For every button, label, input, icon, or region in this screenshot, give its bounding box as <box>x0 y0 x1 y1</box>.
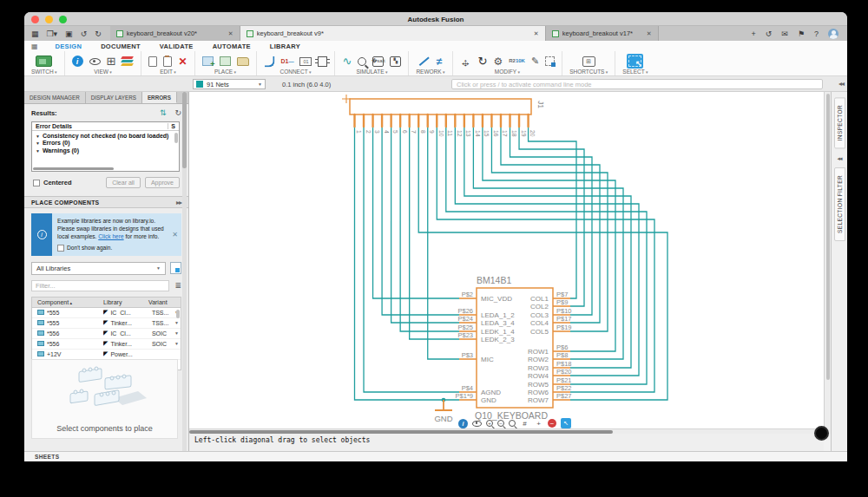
zoom-in-icon[interactable]: + <box>486 420 493 427</box>
history-icon[interactable]: ↺ <box>766 29 773 38</box>
crosshair-icon[interactable]: + <box>534 419 543 428</box>
expand-triangle-icon[interactable]: ▼ <box>36 141 40 146</box>
redo-icon[interactable]: ↻ <box>95 29 102 38</box>
group-select-icon[interactable] <box>545 56 555 66</box>
close-tab-icon[interactable]: ✕ <box>534 30 539 37</box>
error-row[interactable]: ▼Errors (0) <box>32 139 179 147</box>
undo-icon[interactable]: ↺ <box>81 29 88 38</box>
all-libraries-select[interactable]: All Libraries ▼ <box>31 262 166 275</box>
schematic-canvas[interactable]: 1234567891011121314151617181920J1P$2MIC_… <box>189 92 824 428</box>
table-row[interactable]: *556◤Tinker..._SOIC▼ <box>32 339 181 350</box>
panel-tab-errors[interactable]: ERRORS <box>142 92 177 103</box>
expand-triangle-icon[interactable]: ▼ <box>36 148 40 154</box>
delete-icon[interactable]: ✕ <box>178 56 187 68</box>
visibility-eye-icon[interactable] <box>472 421 482 427</box>
modify-label[interactable]: MODIFY <box>495 69 520 75</box>
export-errors-icon[interactable]: ⇅ <box>160 108 167 117</box>
centered-checkbox[interactable] <box>33 180 40 186</box>
filter-settings-icon[interactable]: ≣ <box>174 281 181 290</box>
rework-label[interactable]: REWORK <box>416 69 444 75</box>
table-row[interactable]: *556◤IC_Cl..._SOIC▼ <box>32 329 181 339</box>
panel-tab-display-layers[interactable]: DISPLAY LAYERS <box>86 92 142 103</box>
value-icon[interactable]: R210K <box>509 58 525 63</box>
error-row[interactable]: ▼Consistency not checked (no board loade… <box>32 131 179 139</box>
draw-line-icon[interactable] <box>419 56 431 67</box>
table-row[interactable]: *555◤IC_Cl..._TSS...▼ <box>32 308 181 318</box>
new-tab-icon[interactable]: + <box>752 29 756 38</box>
expand-triangle-icon[interactable]: ▼ <box>36 134 40 139</box>
error-row[interactable]: ▼Warnings (0) <box>32 146 179 154</box>
dont-show-again-checkbox[interactable] <box>57 245 64 252</box>
visibility-eye-icon[interactable] <box>89 58 101 65</box>
close-tab-icon[interactable]: ✕ <box>228 30 233 37</box>
net-name-icon[interactable]: D1⎯⎯ <box>281 58 294 64</box>
remove-icon[interactable]: − <box>548 419 556 428</box>
workspace-tab-validate[interactable]: VALIDATE <box>158 42 195 51</box>
collapse-panel-icon[interactable]: ◂◂ <box>838 80 844 88</box>
nets-dropdown[interactable]: 91 Nets ▼ <box>193 79 266 89</box>
error-details-list[interactable]: Error Details S ▼Consistency not checked… <box>31 121 180 172</box>
edit-label[interactable]: EDIT <box>160 69 176 75</box>
workspace-tab-library[interactable]: LIBRARY <box>268 42 302 51</box>
canvas-vscrollbar[interactable] <box>824 92 831 434</box>
component-column-header[interactable]: Component <box>37 299 103 305</box>
shortcuts-label[interactable]: SHORTCUTS <box>569 69 608 75</box>
grid-icon[interactable]: ⊞ <box>107 55 116 68</box>
place-components-header[interactable]: PLACE COMPONENTS ▸▸ <box>24 196 188 208</box>
avatar[interactable] <box>828 29 838 39</box>
job-status-icon[interactable]: ✉ <box>781 29 788 38</box>
refresh-icon[interactable]: ↻ <box>174 108 181 117</box>
oscilloscope-icon[interactable]: ▚ <box>390 56 401 67</box>
rotate-icon[interactable]: ↻ <box>478 55 488 68</box>
layers-icon[interactable] <box>122 56 134 67</box>
panel-tab-design-manager[interactable]: DESIGN MANAGER <box>24 92 86 103</box>
net-wires[interactable] <box>355 127 668 402</box>
component-table-header[interactable]: Component Library Variant <box>32 298 181 308</box>
connect-label[interactable]: CONNECT <box>279 69 311 75</box>
place-library-icon[interactable] <box>237 57 249 66</box>
simulate-label[interactable]: SIMULATE <box>356 69 387 75</box>
tab-inspector[interactable]: INSPECTOR <box>834 97 845 148</box>
switch-board-icon[interactable] <box>36 56 52 67</box>
workspace-tab-document[interactable]: DOCUMENT <box>99 42 142 51</box>
library-manager-icon[interactable] <box>170 262 181 274</box>
clear-all-button[interactable]: Clear all <box>106 177 141 188</box>
paint-icon[interactable]: ✎ <box>531 56 539 67</box>
probe-icon[interactable] <box>358 57 366 66</box>
ripup-icon[interactable]: ≠ <box>437 56 443 68</box>
zoom-out-icon[interactable]: − <box>497 420 504 427</box>
paste-icon[interactable] <box>163 56 172 67</box>
save-icon[interactable]: ▣ <box>65 29 73 38</box>
collapse-section-icon[interactable]: ▸▸ <box>176 199 181 206</box>
document-tab[interactable]: keyboard_breakout v9*✕ <box>240 26 546 41</box>
approve-button[interactable]: Approve <box>145 177 180 188</box>
place-label[interactable]: PLACE <box>214 69 236 75</box>
grid-icon[interactable]: # <box>520 419 529 428</box>
component-table-scrollbar[interactable] <box>176 310 180 318</box>
click-here-link[interactable]: Click here <box>98 233 123 239</box>
collapse-panel-icon[interactable]: ◂◂ <box>837 155 841 162</box>
close-banner-icon[interactable]: ✕ <box>172 231 178 239</box>
workspace-tab-design[interactable]: DESIGN <box>54 42 84 51</box>
document-tab[interactable]: keyboard_breakout v20*✕ <box>110 26 240 41</box>
left-panel-scrollbar[interactable] <box>182 92 187 451</box>
close-tab-icon[interactable]: ✕ <box>647 30 652 37</box>
help-icon[interactable]: ? <box>814 29 819 38</box>
error-list-hscrollbar[interactable] <box>33 167 114 171</box>
workspace-tab-automate[interactable]: AUTOMATE <box>211 42 253 51</box>
info-icon[interactable]: i <box>458 419 468 428</box>
shortcuts-icon[interactable]: ⊞ <box>582 56 595 67</box>
filter-input[interactable] <box>31 280 169 291</box>
error-list-vscrollbar[interactable] <box>174 133 178 143</box>
view-label[interactable]: VIEW <box>94 69 112 75</box>
wrench-icon[interactable]: ⚙ <box>493 56 503 68</box>
sheets-bar[interactable]: SHEETS <box>24 451 847 461</box>
variant-column-header[interactable]: Variant <box>148 299 181 305</box>
schematic-svg[interactable]: 1234567891011121314151617181920J1P$2MIC_… <box>189 92 824 428</box>
notifications-icon[interactable]: ⚑ <box>798 29 805 38</box>
table-row[interactable]: +12V◤Power... <box>32 350 181 360</box>
command-line-input[interactable] <box>451 79 823 89</box>
tab-selection-filter[interactable]: SELECTION FILTER <box>834 167 845 241</box>
document-tab[interactable]: keyboard_breakout v17*✕ <box>546 26 659 41</box>
select-tool-icon[interactable] <box>627 54 643 69</box>
